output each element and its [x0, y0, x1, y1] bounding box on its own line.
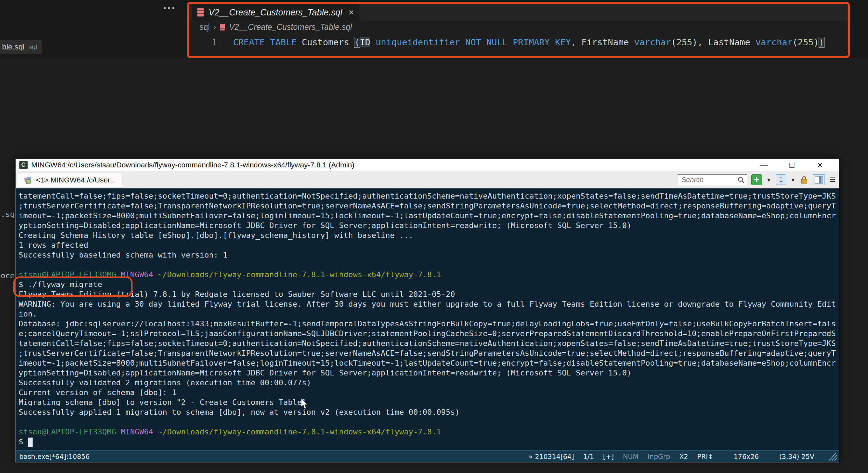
- terminal-text-line: imeout=-1;packetSize=8000;multiSubnetFai…: [19, 211, 837, 221]
- terminal-text-line: Successfully validated 2 migrations (exe…: [19, 378, 837, 388]
- breadcrumb: sql › V2__Create_Customers_Table.sql: [189, 21, 848, 33]
- code-token: ): [814, 37, 819, 47]
- terminal-tab-label: <1> MINGW64:/c/User...: [36, 176, 116, 184]
- window-controls: — □ ×: [758, 160, 835, 170]
- code-editor-line[interactable]: 1 CREATE TABLE Customers (ID uniqueident…: [189, 33, 848, 51]
- terminal-text-line: [19, 260, 837, 270]
- code-token: NOT NULL PRIMARY KEY: [465, 37, 571, 47]
- terminal-text-line: ion.: [19, 309, 837, 319]
- code-token: ID: [360, 37, 370, 47]
- terminal-text-line: tatementCall=false;fips=false;socketTime…: [19, 339, 837, 348]
- terminal-titlebar[interactable]: C MINGW64:/c/Users/stsau/Downloads/flywa…: [16, 159, 839, 171]
- split-pane-left: [815, 176, 820, 184]
- code-token: CREATE TABLE: [233, 37, 297, 47]
- editor-more-actions-icon[interactable]: ···: [163, 2, 176, 14]
- search-box: [678, 174, 747, 185]
- database-file-icon: [197, 8, 204, 17]
- terminal-text-line: yptionSetting=Disabled;applicationName=M…: [19, 368, 837, 378]
- code-token: (: [354, 37, 360, 47]
- terminal-output[interactable]: tatementCall=false;fips=false;socketTime…: [16, 188, 839, 450]
- terminal-text-line: tatementCall=false;fips=false;socketTime…: [19, 191, 837, 201]
- minimize-button[interactable]: —: [758, 160, 770, 170]
- status-fields: « 210314[64]1/1[+]NUMInpGrpX2PRI↕176x26(…: [520, 453, 839, 460]
- new-console-button[interactable]: +: [751, 174, 762, 185]
- code-token: Customers: [297, 37, 355, 47]
- lock-icon[interactable]: [800, 175, 809, 184]
- statusbar-field: X2: [679, 453, 688, 460]
- statusbar-process: bash.exe[*64]:10856: [16, 453, 520, 460]
- background-tab-title: ble.sql: [2, 42, 25, 52]
- code-token: varchar: [755, 37, 792, 47]
- database-file-icon: [219, 24, 225, 31]
- code-token: [460, 37, 465, 47]
- background-editor-tab[interactable]: ble.sql sql: [0, 40, 42, 54]
- resize-grip-icon[interactable]: [826, 452, 838, 461]
- tab-title: V2__Create_Customers_Table.sql: [209, 7, 342, 18]
- code-token: [370, 37, 375, 47]
- terminal-text-line: Flyway Teams Edition (trial) 7.8.1 by Re…: [19, 289, 837, 299]
- conemu-app-icon: C: [19, 161, 28, 169]
- statusbar-field: NUM: [623, 453, 639, 460]
- statusbar-field: [+]: [603, 453, 614, 460]
- statusbar-field: PRI↕: [697, 453, 713, 460]
- terminal-text-line: stsau@LAPTOP-LFI33QMG MINGW64 ~/Download…: [19, 427, 837, 437]
- chevron-right-icon: ›: [213, 22, 216, 32]
- terminal-window: C MINGW64:/c/Users/stsau/Downloads/flywa…: [15, 159, 839, 462]
- line-number: 1: [203, 37, 217, 47]
- tab-sql-file[interactable]: V2__Create_Customers_Table.sql ×: [192, 4, 359, 21]
- code-token: (: [671, 37, 676, 47]
- terminal-text-line: ;trustServerCertificate=false;Transparen…: [19, 348, 837, 358]
- terminal-text-line: stsau@LAPTOP-LFI33QMG MINGW64 ~/Download…: [19, 270, 837, 280]
- terminal-text-line: yptionSetting=Disabled;applicationName=M…: [19, 221, 837, 231]
- code-line-content: CREATE TABLE Customers (ID uniqueidentif…: [233, 37, 824, 47]
- terminal-text-line: [19, 417, 837, 427]
- code-token: 255: [798, 37, 814, 47]
- breadcrumb-folder[interactable]: sql: [199, 22, 210, 32]
- background-tab-language: sql: [29, 43, 37, 51]
- statusbar-field: 176x26: [734, 453, 759, 460]
- terminal-text-line: ;trustServerCertificate=false;Transparen…: [19, 201, 837, 211]
- background-text-fragment: oce: [1, 271, 15, 280]
- mouse-cursor: [299, 397, 310, 410]
- maximize-button[interactable]: □: [786, 160, 798, 170]
- code-token: , FirstName: [571, 37, 634, 47]
- terminal-window-title: MINGW64:/c/Users/stsau/Downloads/flyway-…: [31, 161, 754, 169]
- hamburger-menu-icon[interactable]: ≡: [829, 174, 835, 185]
- breadcrumb-file[interactable]: V2__Create_Customers_Table.sql: [229, 22, 352, 32]
- terminal-text-line: Successfully baselined schema with versi…: [19, 250, 837, 260]
- terminal-tab-1[interactable]: <1> MINGW64:/c/User...: [18, 173, 122, 187]
- statusbar-field: 1/1: [583, 453, 594, 460]
- terminal-text-line: Successfully applied 1 migration to sche…: [19, 407, 837, 417]
- code-token: ): [819, 37, 824, 47]
- editor-panel: V2__Create_Customers_Table.sql × sql › V…: [189, 4, 848, 56]
- code-token: 255: [676, 37, 692, 47]
- code-token: (: [793, 37, 798, 47]
- close-button[interactable]: ×: [814, 160, 826, 170]
- search-input[interactable]: [678, 174, 747, 185]
- terminal-text-line: Database: jdbc:sqlserver://localhost:143…: [19, 319, 837, 329]
- terminal-text-line: $: [19, 437, 837, 447]
- chevron-down-icon[interactable]: ▼: [766, 177, 772, 183]
- terminal-toolbar: + ▼ 1 ▼ ≡: [678, 171, 835, 188]
- terminal-statusbar: bash.exe[*64]:10856 « 210314[64]1/1[+]NU…: [16, 450, 839, 462]
- close-icon[interactable]: ×: [348, 7, 354, 18]
- screen: ble.sql sql ··· .sq oce V2__Create_Custo…: [0, 0, 868, 473]
- terminal-text-line: 1 rows affected: [19, 240, 837, 250]
- console-number-icon[interactable]: 1: [776, 174, 786, 185]
- terminal-text-line: $ ./flyway migrate: [19, 280, 837, 289]
- terminal-text-line: imeout=-1;packetSize=8000;multiSubnetFai…: [19, 358, 837, 368]
- bash-tab-icon: [24, 176, 32, 184]
- statusbar-field: InpGrp: [647, 453, 670, 460]
- terminal-tabbar: <1> MINGW64:/c/User... + ▼ 1 ▼: [16, 171, 839, 188]
- code-token: varchar: [634, 37, 671, 47]
- statusbar-field: « 210314[64]: [529, 453, 574, 460]
- split-view-button[interactable]: [813, 174, 825, 185]
- search-icon[interactable]: [737, 176, 745, 184]
- code-token: ), LastName: [692, 37, 756, 47]
- statusbar-field: (3,34) 25V: [779, 453, 814, 460]
- terminal-text-line: Creating Schema History table [eShop].[d…: [19, 231, 837, 240]
- split-pane-right: [820, 176, 823, 184]
- editor-tabstrip: V2__Create_Customers_Table.sql ×: [189, 4, 848, 21]
- chevron-down-icon[interactable]: ▼: [791, 177, 796, 183]
- code-token: uniqueidentifier: [375, 37, 460, 47]
